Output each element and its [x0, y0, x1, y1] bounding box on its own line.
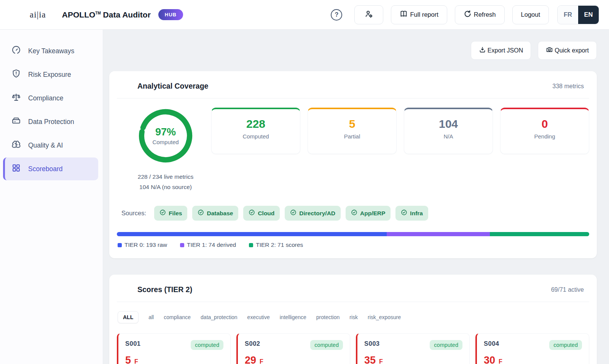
brand-logo: ai|ia — [30, 10, 46, 20]
brain-icon — [11, 140, 21, 151]
stat-computed: 228 Computed — [211, 108, 300, 154]
shield-alert-icon — [11, 69, 21, 80]
status-badge: computed — [191, 340, 223, 350]
source-chip-directory-ad[interactable]: Directory/AD — [285, 206, 341, 221]
analytical-coverage-card: Analytical Coverage 338 metrics 97% Comp… — [109, 71, 597, 258]
score-card-s001[interactable]: S001 computed 5 F Score Organisation int… — [117, 333, 231, 364]
export-toolbar: Export JSON Quick export — [109, 41, 597, 60]
lang-en-button[interactable]: EN — [578, 6, 599, 24]
source-chip-cloud[interactable]: Cloud — [243, 206, 280, 221]
scores-active-count: 69/71 active — [551, 286, 584, 293]
check-circle-icon — [249, 209, 255, 217]
check-circle-icon — [290, 209, 297, 217]
refresh-button[interactable]: Refresh — [455, 5, 505, 24]
score-filters: ALL all compliance data_protection execu… — [118, 311, 589, 323]
coverage-stats: 228 Computed 5 Partial 104 N/A 0 Pending — [211, 108, 589, 192]
tier2-segment — [490, 232, 589, 236]
filter-protection[interactable]: protection — [316, 314, 340, 320]
sidebar-item-key-takeaways[interactable]: Key Takeaways — [3, 40, 98, 62]
sidebar-item-risk-exposure[interactable]: Risk Exposure — [3, 63, 98, 86]
camera-icon — [546, 46, 553, 55]
status-badge: computed — [310, 340, 343, 350]
check-circle-icon — [401, 209, 407, 217]
sidebar-item-scoreboard[interactable]: Scoreboard — [3, 157, 98, 180]
filter-intelligence[interactable]: intelligence — [280, 314, 306, 320]
grid-icon — [11, 163, 21, 175]
tier1-segment — [387, 232, 490, 236]
scores-title: Scores (TIER 2) — [137, 285, 192, 294]
donut-label: Computed — [152, 139, 179, 145]
help-icon[interactable]: ? — [331, 9, 342, 21]
score-card-s004[interactable]: S004 computed 30 F Score AI-Readiness (F… — [475, 333, 589, 364]
logout-button[interactable]: Logout — [512, 5, 549, 24]
scales-icon — [11, 92, 21, 104]
export-json-button[interactable]: Export JSON — [471, 41, 531, 60]
language-toggle: FR EN — [557, 5, 599, 24]
filter-all-caps[interactable]: ALL — [118, 311, 139, 323]
tier-distribution-bar — [117, 232, 589, 236]
score-card-s003[interactable]: S003 computed 35 F Score Gouvernance (FI… — [356, 333, 470, 364]
user-settings-button[interactable] — [354, 5, 383, 24]
filter-all[interactable]: all — [148, 314, 154, 320]
lang-fr-button[interactable]: FR — [558, 6, 578, 24]
check-circle-icon — [198, 209, 204, 217]
stat-partial: 5 Partial — [308, 108, 397, 154]
sidebar-item-data-protection[interactable]: Data Protection — [3, 110, 98, 133]
filter-executive[interactable]: executive — [247, 314, 270, 320]
filter-risk-exposure[interactable]: risk_exposure — [368, 314, 401, 320]
tier0-segment — [117, 232, 387, 236]
check-circle-icon — [351, 209, 357, 217]
coverage-donut: 97% Computed 228 / 234 live metrics 104 … — [117, 108, 211, 192]
full-report-button[interactable]: Full report — [391, 5, 447, 24]
quick-export-button[interactable]: Quick export — [538, 41, 597, 60]
source-chip-infra[interactable]: Infra — [395, 206, 428, 221]
stat-pending: 0 Pending — [500, 108, 589, 154]
hub-badge: HUB — [158, 9, 183, 20]
status-badge: computed — [430, 340, 462, 350]
source-chip-files[interactable]: Files — [154, 206, 187, 221]
na-metrics-text: 104 N/A (no source) — [138, 182, 193, 192]
download-icon — [479, 46, 486, 55]
tier0-swatch — [118, 243, 122, 247]
sources-label: Sources: — [121, 210, 146, 217]
book-icon — [400, 10, 408, 19]
filter-data-protection[interactable]: data_protection — [201, 314, 238, 320]
source-chip-app-erp[interactable]: App/ERP — [346, 206, 391, 221]
main-content: Export JSON Quick export Analytical Cove… — [103, 30, 609, 364]
scores-card: Scores (TIER 2) 69/71 active ALL all com… — [109, 275, 597, 364]
stat-na: 104 N/A — [404, 108, 493, 154]
live-metrics-text: 228 / 234 live metrics — [138, 172, 193, 182]
refresh-icon — [464, 10, 472, 19]
check-circle-icon — [159, 209, 166, 217]
source-chip-database[interactable]: Database — [192, 206, 238, 221]
filter-compliance[interactable]: compliance — [164, 314, 191, 320]
user-gear-icon — [365, 10, 373, 20]
sidebar: Key Takeaways Risk Exposure Compliance D… — [0, 30, 103, 364]
tier-legend: TIER 0: 193 raw TIER 1: 74 derived TIER … — [118, 242, 589, 248]
server-icon — [11, 116, 21, 127]
tier0-legend: TIER 0: 193 raw — [118, 242, 167, 248]
score-grid: S001 computed 5 F Score Organisation int… — [117, 333, 589, 364]
donut-percent: 97% — [155, 126, 176, 138]
app-title: APOLLOTM Data Auditor — [62, 10, 151, 19]
sources-row: Sources: Files Database Cloud Directory/… — [121, 206, 589, 221]
tier2-swatch — [249, 243, 253, 247]
coverage-title: Analytical Coverage — [137, 82, 208, 91]
status-badge: computed — [549, 340, 582, 350]
app-header: ai|ia APOLLOTM Data Auditor HUB ? Full r… — [0, 0, 609, 30]
tier2-legend: TIER 2: 71 scores — [249, 242, 303, 248]
sidebar-item-quality-ai[interactable]: Quality & AI — [3, 134, 98, 157]
score-card-s002[interactable]: S002 computed 29 F Score Qualite (FILES)… — [236, 333, 350, 364]
tier1-legend: TIER 1: 74 derived — [180, 242, 236, 248]
tier1-swatch — [180, 243, 184, 247]
sidebar-item-compliance[interactable]: Compliance — [3, 87, 98, 110]
filter-risk[interactable]: risk — [349, 314, 358, 320]
coverage-metrics-total: 338 metrics — [552, 83, 584, 90]
gauge-icon — [11, 45, 21, 57]
